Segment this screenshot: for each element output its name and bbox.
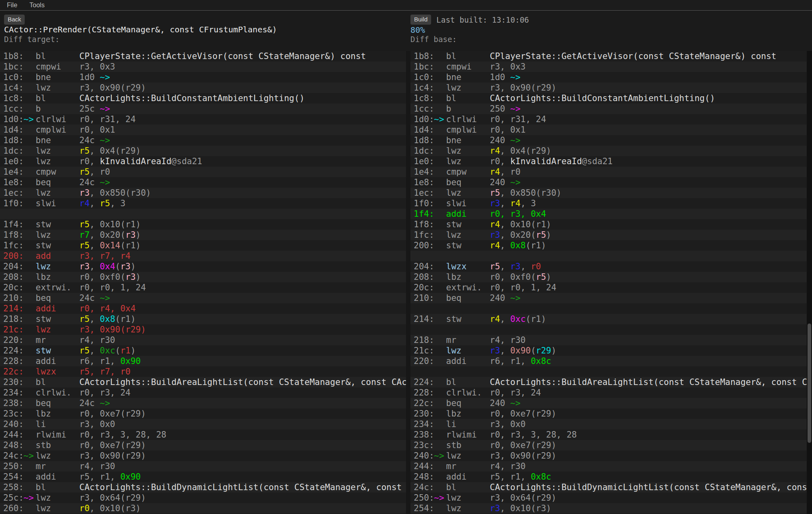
asm-row[interactable]: 1c8:blCActorLights::BuildConstantAmbient… — [0, 93, 406, 104]
asm-row[interactable]: 218:stwr5, 0x8(r1) — [0, 314, 406, 324]
asm-row[interactable]: 208:lbzr0, 0xf0(r5) — [410, 272, 807, 282]
asm-row[interactable]: 1b8:blCPlayerState::GetActiveVisor(const… — [410, 51, 807, 61]
asm-row[interactable]: 200:addr3, r7, r4 — [0, 251, 406, 261]
operand-segment: , — [89, 346, 100, 355]
asm-row[interactable]: 220:addir6, r1, 0x8c — [410, 356, 807, 366]
asm-row[interactable]: 260:lwzr0, 0x10(r3) — [0, 503, 406, 514]
back-button[interactable]: Back — [4, 15, 25, 25]
asm-row[interactable]: 224:stwr5, 0xc(r1) — [0, 345, 406, 356]
asm-row[interactable]: 248:stbr0, 0xe7(r29) — [0, 440, 406, 451]
operand-segment: r0, — [490, 157, 510, 166]
asm-row[interactable]: 24c:blCActorLights::BuildDynamicLightLis… — [410, 482, 807, 493]
menu-file[interactable]: File — [7, 2, 17, 9]
operands: CActorLights::BuildConstantAmbientLighti… — [79, 93, 406, 104]
asm-row[interactable]: 1e0:lwzr0, kInvalidAreaId@sda21 — [0, 156, 406, 167]
scrollbar-thumb[interactable] — [808, 324, 811, 443]
asm-row[interactable]: 23c:stbr0, 0xe7(r29) — [410, 440, 807, 451]
asm-row[interactable]: 214:stwr4, 0xc(r1) — [410, 314, 807, 324]
asm-row[interactable]: 250:~>lwzr3, 0x64(r29) — [410, 493, 807, 503]
asm-row[interactable]: 1c4:lwzr3, 0x90(r29) — [410, 82, 807, 93]
asm-row[interactable]: 214:addir0, r4, 0x4 — [0, 303, 406, 314]
asm-row[interactable]: 1cc:b250 ~> — [410, 104, 807, 114]
asm-row[interactable]: 20c:extrwi.r0, r0, 1, 24 — [0, 282, 406, 293]
asm-row[interactable]: 1e4:cmpwr5, r0 — [0, 167, 406, 177]
asm-row[interactable]: 1e8:beq240 ~> — [410, 177, 807, 188]
operand-segment: r5 — [79, 220, 89, 229]
row-address: 218: — [414, 335, 434, 345]
asm-row[interactable]: 230:blCActorLights::BuildAreaLightList(c… — [0, 377, 406, 387]
asm-row[interactable]: 238:beq24c ~> — [0, 398, 406, 408]
asm-row[interactable]: 1f4:stwr5, 0x10(r1) — [0, 219, 406, 230]
asm-row[interactable]: 244:rlwimir0, r3, 3, 28, 28 — [0, 429, 406, 440]
asm-row[interactable]: 20c:extrwi.r0, r0, 1, 24 — [410, 282, 807, 293]
asm-row[interactable]: 1b8:blCPlayerState::GetActiveVisor(const… — [0, 51, 406, 61]
asm-row[interactable]: 25c:~>lwzr3, 0x64(r29) — [0, 493, 406, 503]
asm-row[interactable]: 1f8:lwzr7, 0x20(r3) — [0, 230, 406, 240]
asm-row[interactable]: 218:mrr4, r30 — [410, 335, 807, 345]
asm-row[interactable]: 240:lir3, 0x0 — [0, 419, 406, 429]
asm-row[interactable]: 204:lwzxr5, r3, r0 — [410, 261, 807, 272]
asm-row[interactable]: 238:rlwimir0, r3, 3, 28, 28 — [410, 429, 807, 440]
asm-row[interactable]: 250:mrr4, r30 — [0, 461, 406, 472]
asm-row[interactable]: 210:beq240 ~> — [410, 293, 807, 303]
asm-row[interactable]: 1c8:blCActorLights::BuildConstantAmbient… — [410, 93, 807, 104]
asm-row[interactable]: 21c:lwzr3, 0x90(r29) — [410, 345, 807, 356]
asm-row[interactable]: 1e8:beq24c ~> — [0, 177, 406, 188]
asm-row[interactable]: 228:addir6, r1, 0x90 — [0, 356, 406, 366]
asm-row[interactable]: 248:addir5, r1, 0x8c — [410, 472, 807, 482]
asm-row[interactable]: 210:beq24c ~> — [0, 293, 406, 303]
asm-row[interactable]: 1dc:lwzr5, 0x4(r29) — [0, 146, 406, 156]
asm-row[interactable]: 1d4:cmplwir0, 0x1 — [410, 125, 807, 135]
asm-row[interactable]: 23c:lbzr0, 0xe7(r29) — [0, 408, 406, 419]
asm-row[interactable]: 1d0:~>clrlwir0, r31, 24 — [0, 114, 406, 125]
asm-row[interactable]: 244:mrr4, r30 — [410, 461, 807, 472]
menu-tools[interactable]: Tools — [30, 2, 45, 9]
asm-row[interactable]: 1f8:stwr4, 0x10(r1) — [410, 219, 807, 230]
asm-row[interactable]: 258:blCActorLights::BuildDynamicLightLis… — [0, 482, 406, 493]
asm-row[interactable]: 1bc:cmpwir3, 0x3 — [410, 61, 807, 72]
asm-row[interactable]: 22c:lwzxr5, r7, r0 — [0, 366, 406, 377]
asm-row[interactable]: 1e4:cmpwr4, r0 — [410, 167, 807, 177]
asm-row[interactable]: 1f0:slwir4, r5, 3 — [0, 198, 406, 209]
asm-row[interactable]: 228:clrlwi.r0, r3, 24 — [410, 387, 807, 398]
build-button[interactable]: Build — [410, 15, 431, 25]
asm-row[interactable]: 1cc:b25c ~> — [0, 104, 406, 114]
asm-row[interactable]: 1f4:addir0, r3, 0x4 — [410, 209, 807, 219]
asm-row[interactable]: 1f0:slwir3, r4, 3 — [410, 198, 807, 209]
asm-row[interactable]: 1e0:lwzr0, kInvalidAreaId@sda21 — [410, 156, 807, 167]
asm-row[interactable]: 1c0:bne1d0 ~> — [0, 72, 406, 82]
asm-row[interactable]: 234:clrlwi.r0, r3, 24 — [0, 387, 406, 398]
asm-row[interactable]: 22c:beq240 ~> — [410, 398, 807, 408]
asm-row[interactable]: 1c4:lwzr3, 0x90(r29) — [0, 82, 406, 93]
match-percent: 80% — [410, 25, 425, 35]
asm-row[interactable]: 204:lwzr3, 0x4(r3) — [0, 261, 406, 272]
operands: r3, 0x3 — [79, 61, 406, 72]
asm-row[interactable]: 1fc:stwr5, 0x14(r1) — [0, 240, 406, 251]
asm-row[interactable]: 1bc:cmpwir3, 0x3 — [0, 61, 406, 72]
operand-segment: r4 — [490, 220, 500, 229]
asm-row[interactable]: 254:addir5, r1, 0x90 — [0, 472, 406, 482]
asm-row[interactable]: 1fc:lwzr3, 0x20(r5) — [410, 230, 807, 240]
asm-row[interactable]: 1ec:lwzr3, 0x850(r30) — [0, 188, 406, 198]
asm-row[interactable]: 1dc:lwzr4, 0x4(r29) — [410, 146, 807, 156]
asm-row[interactable]: 21c:lwzr3, 0x90(r29) — [0, 324, 406, 335]
asm-row[interactable]: 1d0:~>clrlwir0, r31, 24 — [410, 114, 807, 125]
asm-row[interactable]: 208:lbzr0, 0xf0(r3) — [0, 272, 406, 282]
row-address: 1f4: — [3, 219, 24, 230]
operand-segment: CActorLights::BuildDynamicLightList(cons… — [79, 482, 406, 492]
vertical-scrollbar[interactable] — [807, 51, 812, 514]
asm-row[interactable]: 1c0:bne1d0 ~> — [410, 72, 807, 82]
asm-row[interactable]: 254:lwzr3, 0x10(r3) — [410, 503, 807, 514]
asm-row[interactable]: 1ec:lwzr5, 0x850(r30) — [410, 188, 807, 198]
asm-row[interactable]: 1d8:bne24c ~> — [0, 135, 406, 146]
operand-segment: r3 — [490, 199, 500, 208]
asm-row[interactable]: 200:stwr4, 0x8(r1) — [410, 240, 807, 251]
asm-row[interactable]: 224:blCActorLights::BuildAreaLightList(c… — [410, 377, 807, 387]
asm-row[interactable]: 1d4:cmplwir0, 0x1 — [0, 125, 406, 135]
asm-row[interactable]: 230:lbzr0, 0xe7(r29) — [410, 408, 807, 419]
asm-row[interactable]: 220:mrr4, r30 — [0, 335, 406, 345]
asm-row[interactable]: 24c:~>lwzr3, 0x90(r29) — [0, 451, 406, 461]
asm-row[interactable]: 240:~>lwzr3, 0x90(r29) — [410, 451, 807, 461]
asm-row[interactable]: 234:lir3, 0x0 — [410, 419, 807, 429]
asm-row[interactable]: 1d8:bne240 ~> — [410, 135, 807, 146]
